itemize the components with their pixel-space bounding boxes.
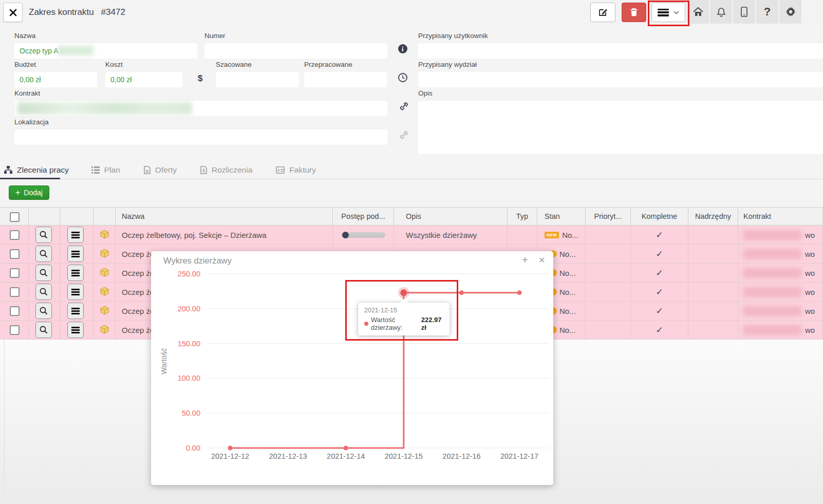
row-zoom-button[interactable] xyxy=(35,227,52,243)
nazwa-input[interactable] xyxy=(14,43,197,59)
tab-bar: Zlecenia pracy Plan Oferty $ Rozliczenia… xyxy=(4,160,323,179)
row-kontrakt: wo xyxy=(738,264,823,282)
row-menu-button[interactable] xyxy=(67,303,84,319)
data-point[interactable] xyxy=(400,289,407,296)
tab-label: Faktury xyxy=(289,165,316,175)
home-button[interactable] xyxy=(687,0,709,24)
table-cell xyxy=(93,283,116,301)
budzet-input[interactable] xyxy=(14,72,97,87)
row-zoom-button[interactable] xyxy=(35,303,52,319)
table-cell xyxy=(0,302,29,320)
checkmark-icon: ✓ xyxy=(631,325,688,335)
help-button[interactable]: ? xyxy=(756,0,778,24)
table-header: NazwaPostęp pod...OpisTypStanPrioryt...K… xyxy=(0,207,823,226)
row-menu-button[interactable] xyxy=(67,227,84,243)
tab-zlecenia-pracy[interactable]: Zlecenia pracy xyxy=(4,160,76,179)
settings-button[interactable] xyxy=(779,0,801,24)
table-cell xyxy=(93,264,116,282)
column-header[interactable]: Nadrzędny xyxy=(688,208,738,226)
data-point[interactable] xyxy=(517,290,522,295)
tab-rozliczenia[interactable]: $ Rozliczenia xyxy=(193,160,259,179)
mobile-button[interactable] xyxy=(733,0,755,24)
column-header[interactable]: Prioryt... xyxy=(586,208,631,226)
tab-oferty[interactable]: Oferty xyxy=(137,160,184,179)
row-checkbox[interactable] xyxy=(10,306,20,316)
data-point[interactable] xyxy=(459,290,464,295)
table-cell xyxy=(60,226,93,244)
redacted-kontrakt-cell xyxy=(743,230,801,240)
row-menu-button[interactable] xyxy=(67,322,84,338)
table-cell xyxy=(688,245,738,263)
trash-icon xyxy=(630,8,638,17)
data-point[interactable] xyxy=(344,446,348,451)
top-bar: Zakres kontraktu#3472 ? xyxy=(0,0,823,24)
row-checkbox[interactable] xyxy=(10,325,20,335)
select-all-checkbox[interactable] xyxy=(10,212,20,222)
przepracowane-input[interactable] xyxy=(304,72,387,87)
tab-label: Oferty xyxy=(155,165,177,175)
row-zoom-button[interactable] xyxy=(35,322,52,338)
gear-icon xyxy=(785,7,796,17)
notifications-button[interactable] xyxy=(710,0,732,24)
row-checkbox[interactable] xyxy=(10,230,20,240)
redacted-kontrakt xyxy=(17,102,192,115)
column-header[interactable]: Kompletne xyxy=(631,208,688,226)
progress-slider[interactable] xyxy=(342,232,385,238)
tab-label: Zlecenia pracy xyxy=(17,165,69,175)
column-header[interactable] xyxy=(29,208,60,226)
menu-dropdown-button[interactable] xyxy=(651,3,685,22)
table-cell: ✓ xyxy=(631,264,688,282)
add-button[interactable]: + Dodaj xyxy=(9,185,49,200)
column-header[interactable] xyxy=(0,208,29,226)
table-cell xyxy=(0,283,29,301)
row-zoom-button[interactable] xyxy=(35,246,52,262)
column-header[interactable]: Typ xyxy=(508,208,537,226)
row-menu-button[interactable] xyxy=(67,265,84,281)
column-header[interactable]: Nazwa xyxy=(116,208,333,226)
chart-canvas[interactable]: 0.0050.00100.00150.00200.00250.002021-12… xyxy=(151,251,553,485)
info-icon xyxy=(398,44,407,53)
row-menu-icon xyxy=(71,289,80,295)
mobile-icon xyxy=(741,7,747,17)
row-checkbox[interactable] xyxy=(10,268,20,278)
przypisany-wydzial-input[interactable] xyxy=(418,72,823,87)
row-checkbox[interactable] xyxy=(10,287,20,297)
column-header[interactable]: Opis xyxy=(394,208,508,226)
column-header[interactable]: Stan xyxy=(537,208,586,226)
lokalizacja-input[interactable] xyxy=(14,129,387,145)
row-zoom-button[interactable] xyxy=(35,284,52,300)
row-menu-icon xyxy=(71,308,80,314)
row-kontrakt: wo xyxy=(738,302,823,320)
chart-popup: Wykres dzierżawy + ✕ 0.0050.00100.00150.… xyxy=(151,251,553,485)
tab-plan[interactable]: Plan xyxy=(84,160,127,179)
data-point[interactable] xyxy=(228,446,233,451)
column-header[interactable] xyxy=(60,208,93,226)
close-button[interactable] xyxy=(3,3,23,22)
delete-button[interactable] xyxy=(622,3,646,22)
column-header[interactable]: Postęp pod... xyxy=(333,208,394,226)
opis-textarea[interactable] xyxy=(418,101,823,154)
numer-input[interactable] xyxy=(204,43,387,59)
row-checkbox[interactable] xyxy=(10,249,20,259)
cube-icon xyxy=(100,287,109,296)
edit-button[interactable] xyxy=(590,3,615,22)
svg-text:2021-12-16: 2021-12-16 xyxy=(442,452,480,460)
tab-faktury[interactable]: $ Faktury xyxy=(269,160,323,179)
table-cell xyxy=(586,226,631,244)
magnifier-icon xyxy=(40,250,48,258)
svg-text:Wartość: Wartość xyxy=(160,348,168,375)
link-icon[interactable] xyxy=(399,102,408,111)
przypisany-uzytkownik-input[interactable] xyxy=(418,43,823,59)
svg-text:2021-12-17: 2021-12-17 xyxy=(500,452,538,460)
koszt-input[interactable] xyxy=(105,72,182,87)
table-row[interactable]: Oczep żelbetowy, poj. Sekcje – Dzierżawa… xyxy=(0,226,823,245)
nazwa-label: Nazwa xyxy=(14,32,35,40)
column-header[interactable]: Kontrakt xyxy=(738,208,823,226)
tab-bar-divider xyxy=(0,179,823,179)
row-menu-button[interactable] xyxy=(67,284,84,300)
szacowane-label: Szacowane xyxy=(216,61,252,69)
row-zoom-button[interactable] xyxy=(35,265,52,281)
szacowane-input[interactable] xyxy=(216,72,299,87)
row-menu-button[interactable] xyxy=(67,246,84,262)
column-header[interactable] xyxy=(93,208,116,226)
